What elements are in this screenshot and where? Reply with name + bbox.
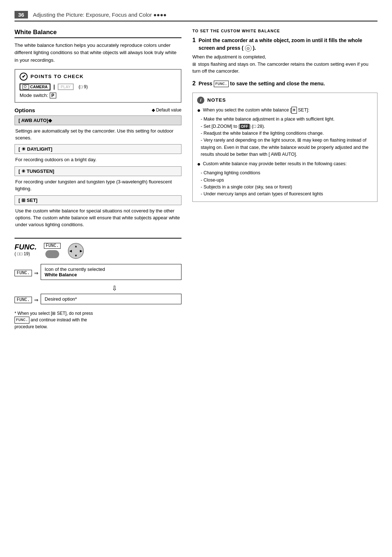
joystick-group: ◀ ▶ [68,243,85,260]
set-box-note: ⊞ [291,107,297,114]
option-auto: [ AWB AUTO]◆ Settings are automatically … [15,115,181,145]
mode-switch-line: Mode switch: P [20,93,176,98]
step-1-body: When the adjustment is completed, ⊞ stop… [192,53,377,75]
note-dash-1: - Make the white balance adjustment in a… [197,116,373,123]
flow-arrow-1: ⇒ [34,270,38,276]
option-tungsten-box: [ ✳ TUNGSTEN] [15,166,181,176]
main-columns: White Balance The white balance function… [15,29,377,330]
notes-list: ● When you select the custom white balan… [197,107,373,198]
flow-label-1: Icon of the currently selected [45,267,105,272]
func-small-label: FUNC. [44,243,61,249]
right-column: To set the custom white balance 1 Point … [192,29,377,330]
mode-badges: CAMERA | PLAY (□ 9) [20,84,176,90]
option-tungsten-desc: For recording under tungsten and tungste… [15,177,181,195]
note-dash-8: - Under mercury lamps and certain types … [197,191,373,198]
camera-icon [23,85,29,89]
step-1-number: 1 [192,37,196,44]
note-dash-6: - Close-ups [197,177,373,184]
func-box-2: FUNC. [15,297,32,303]
page: 36 Adjusting the Picture: Exposure, Focu… [0,0,392,557]
section-title: White Balance [15,29,181,38]
option-daylight-desc: For recording outdoors on a bright day. [15,155,181,166]
custom-wb-title-text: To set the custom white balance [192,29,280,33]
points-header: ✔ POINTS TO CHECK [20,73,176,81]
camera-badge: CAMERA [20,84,50,90]
default-label: ◆ Default value [152,107,181,113]
option-auto-label: [ AWB AUTO]◆ [19,118,52,123]
joystick: ◀ ▶ [68,243,84,259]
points-page-ref: (□ 9) [79,84,88,89]
note-dash-7: - Subjects in a single color (sky, sea o… [197,184,373,191]
option-tungsten-label: [ ✳ TUNGSTEN] [19,168,54,174]
func-label-big: FUNC. [15,243,37,251]
flow-label-2: Desired option* [45,296,77,302]
flow-row-2: FUNC. ⇒ Desired option* [15,294,181,306]
option-set-desc: Use the custom white balance for special… [15,206,181,231]
note-dash-4: - Very rarely and depending on the light… [197,137,373,158]
check-icon: ✔ [20,73,28,81]
flow-arrow-2: ⇒ [34,297,38,303]
step-1-text: Point the camcorder at a white object, z… [199,37,377,52]
custom-wb-icon: ⊙ [245,45,252,52]
joystick-left-icon: ◀ [69,249,72,253]
notes-box: i NOTES ● When you select the custom whi… [192,93,377,202]
note-bullet-1-text: When you select the custom white balance… [203,107,373,114]
step-2-strong2: to save the setting and close the menu. [229,81,325,86]
play-badge: PLAY [58,84,73,90]
option-daylight-box: [ ☀ DAYLIGHT] [15,144,181,154]
mode-switch-label: Mode switch: [20,93,48,98]
set-icon-inline: ⊞ [192,62,196,67]
option-daylight-label: [ ☀ DAYLIGHT] [19,146,52,152]
func-page-ref: ( □□ 19) [15,251,37,256]
header-title: Adjusting the Picture: Exposure, Focus a… [33,12,167,18]
note-dash-3: - Readjust the white balance if the ligh… [197,130,373,137]
left-column: White Balance The white balance function… [15,29,181,330]
note-bullet-2-text: Custom white balance may provide better … [203,160,373,167]
step-2-strong: Press [199,81,214,86]
option-auto-box: [ AWB AUTO]◆ [15,115,181,125]
step-2-number: 2 [192,80,196,88]
bullet-dot-2: ● [197,160,203,168]
func-inline-box: FUNC. [15,317,29,324]
page-number: 36 [15,11,28,19]
notes-header: i NOTES [197,97,373,104]
func-press-box: FUNC. [214,81,229,88]
bullet-dot-1: ● [197,107,203,114]
joystick-right-icon: ▶ [80,249,82,253]
flow-row-1: FUNC. ⇒ Icon of the currently selected W… [15,264,181,282]
page-header: 36 Adjusting the Picture: Exposure, Focu… [15,11,377,21]
step-1-end: ). [253,45,256,51]
note-bullet-1: ● When you select the custom white balan… [197,107,373,114]
func-row: FUNC. ( □□ 19) FUNC. ◀ ▶ [15,243,181,260]
option-set-box: [ ⊞ SET] [15,195,181,205]
note-dash-2: - Set [D.ZOOM] to [OFF] (□ 28). [197,123,373,130]
option-auto-desc: Settings are automatically set by the ca… [15,126,181,145]
intro-text: The white balance function helps you acc… [15,42,181,64]
flow-down-arrow: ⇩ [47,284,181,292]
note-bullet-2: ● Custom white balance may provide bette… [197,160,373,168]
points-title: POINTS TO CHECK [30,74,84,79]
notes-icon: i [197,97,204,104]
step-1-strong: Point the camcorder at a white object, z… [199,37,362,51]
option-set-label: [ ⊞ SET] [19,198,37,203]
func-box-1: FUNC. [15,270,32,276]
custom-wb-title: To set the custom white balance [192,29,377,33]
func-label-group: FUNC. ( □□ 19) [15,243,37,256]
option-set: [ ⊞ SET] Use the custom white balance fo… [15,195,181,231]
func-flow: FUNC. ⇒ Icon of the currently selected W… [15,264,181,306]
footnote: * When you select [⊞ SET], do not press … [15,310,181,330]
func-button-group: FUNC. [44,243,61,258]
option-tungsten: [ ✳ TUNGSTEN] For recording under tungst… [15,166,181,195]
step-2: 2 Press FUNC. to save the setting and cl… [192,80,377,88]
func-section: FUNC. ( □□ 19) FUNC. ◀ ▶ [15,238,181,330]
flow-box-2: Desired option* [41,294,181,304]
notes-title: NOTES [207,97,226,103]
camera-badge-label: CAMERA [30,85,48,89]
off-badge: OFF [240,124,249,130]
flow-box-1: Icon of the currently selected White Bal… [41,264,181,280]
options-header: Options ◆ Default value [15,107,181,113]
mode-p-badge: P [50,93,56,98]
step-2-text: Press FUNC. to save the setting and clos… [199,80,377,88]
step-1: 1 Point the camcorder at a white object,… [192,37,377,75]
options-title: Options [15,107,35,113]
